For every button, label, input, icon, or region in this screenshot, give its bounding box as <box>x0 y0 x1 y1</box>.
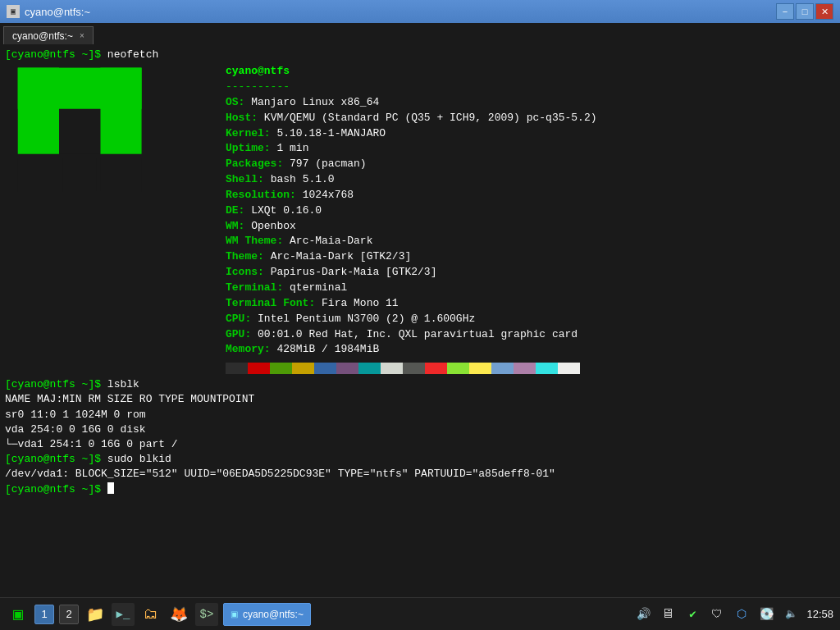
info-memory: Memory: 428MiB / 1984MiB <box>226 342 835 358</box>
manjaro-logo <box>5 64 222 374</box>
titlebar-controls: − □ ✕ <box>776 3 833 20</box>
taskbar: ▣ 1 2 📁 ▶_ 🗂 🦊 $> ▣ cyano@ntfs:~ 🔊 🖥 ✔ 🛡… <box>0 597 840 630</box>
info-de: DE: LXQt 0.16.0 <box>226 203 835 219</box>
info-theme: Theme: Arc-Maia-Dark [GTK2/3] <box>226 249 835 265</box>
removable-taskbar-icon[interactable]: 💽 <box>757 605 775 623</box>
info-terminal: Terminal: qterminal <box>226 281 835 296</box>
svg-rect-3 <box>59 109 100 154</box>
info-wm: WM: Openbox <box>226 219 835 235</box>
files-taskbar-icon[interactable]: 🗂 <box>139 603 162 626</box>
window-icon: ▣ <box>7 5 20 18</box>
palette-color-11 <box>469 363 491 374</box>
close-button[interactable]: ✕ <box>815 3 833 20</box>
svg-rect-5 <box>63 158 97 191</box>
active-window-button[interactable]: ▣ cyano@ntfs:~ <box>223 603 311 626</box>
palette-color-9 <box>425 363 447 374</box>
display-taskbar-icon[interactable]: 🖥 <box>659 605 677 623</box>
taskbar-left: ▣ 1 2 📁 ▶_ 🗂 🦊 $> ▣ cyano@ntfs:~ <box>7 603 311 626</box>
palette-color-3 <box>292 363 314 374</box>
titlebar-title: cyano@ntfs:~ <box>25 6 90 18</box>
lsblk-header: NAME MAJ:MIN RM SIZE RO TYPE MOUNTPOINT <box>5 392 835 407</box>
info-user: cyano@ntfs <box>226 64 835 80</box>
palette-color-13 <box>514 363 536 374</box>
shield-check-taskbar-icon[interactable]: ✔ <box>683 605 701 623</box>
tab-label: cyano@ntfs:~ <box>12 30 73 42</box>
workspace-2-button[interactable]: 2 <box>59 605 79 624</box>
lsblk-section: [cyano@ntfs ~]$ lsblk NAME MAJ:MIN RM SI… <box>5 377 835 497</box>
palette-color-14 <box>536 363 558 374</box>
active-window-label: cyano@ntfs:~ <box>243 609 304 620</box>
info-cpu: CPU: Intel Pentium N3700 (2) @ 1.600GHz <box>226 312 835 327</box>
system-info: cyano@ntfs ---------- OS: Manjaro Linux … <box>222 64 835 374</box>
palette-color-1 <box>248 363 270 374</box>
titlebar-left: ▣ cyano@ntfs:~ <box>7 5 90 18</box>
palette-color-10 <box>447 363 469 374</box>
prompt-1: [cyano@ntfs ~]$ <box>5 48 101 61</box>
vpn-taskbar-icon[interactable]: 🛡 <box>708 605 726 623</box>
command-line-3: [cyano@ntfs ~]$ sudo blkid <box>5 452 835 467</box>
terminal2-taskbar-icon[interactable]: $> <box>195 603 218 626</box>
system-clock: 12:58 <box>806 608 833 620</box>
firefox-taskbar-icon[interactable]: 🦊 <box>167 603 190 626</box>
palette-color-0 <box>226 363 248 374</box>
info-wmtheme: WM Theme: Arc-Maia-Dark <box>226 234 835 249</box>
cursor-block <box>107 482 114 494</box>
svg-rect-2 <box>100 68 141 154</box>
prompt-3: [cyano@ntfs ~]$ <box>5 453 101 465</box>
info-icons: Icons: Papirus-Dark-Maia [GTK2/3] <box>226 265 835 281</box>
titlebar: ▣ cyano@ntfs:~ − □ ✕ <box>0 0 840 23</box>
lsblk-row-1: sr0 11:0 1 1024M 0 rom <box>5 408 835 422</box>
info-packages: Packages: 797 (pacman) <box>226 157 835 172</box>
active-window-icon: ▣ <box>231 609 238 619</box>
svg-rect-4 <box>18 158 59 191</box>
palette-color-5 <box>336 363 358 374</box>
info-uptime: Uptime: 1 min <box>226 141 835 157</box>
info-shell: Shell: bash 5.1.0 <box>226 172 835 188</box>
bluetooth-taskbar-icon[interactable]: ⬡ <box>733 605 751 623</box>
tab-close-button[interactable]: × <box>80 31 84 40</box>
palette-color-2 <box>270 363 292 374</box>
info-os: OS: Manjaro Linux x86_64 <box>226 95 835 111</box>
taskbar-right: 🔊 🖥 ✔ 🛡 ⬡ 💽 🔈 12:58 <box>634 605 833 623</box>
tabbar: cyano@ntfs:~ × <box>0 23 840 44</box>
palette-color-8 <box>403 363 425 374</box>
neofetch-output: cyano@ntfs ---------- OS: Manjaro Linux … <box>5 64 835 374</box>
palette-color-15 <box>558 363 580 374</box>
lsblk-row-2: vda 254:0 0 16G 0 disk <box>5 422 835 437</box>
info-termfont: Terminal Font: Fira Mono 11 <box>226 296 835 312</box>
blkid-output: /dev/vda1: BLOCK_SIZE="512" UUID="06EDA5… <box>5 467 835 482</box>
maximize-button[interactable]: □ <box>796 3 814 20</box>
palette-color-7 <box>381 363 403 374</box>
command-line-4: [cyano@ntfs ~]$ <box>5 482 835 497</box>
info-separator: ---------- <box>226 80 835 95</box>
info-resolution: Resolution: 840x630 <box>226 188 835 203</box>
info-kernel: Kernel: 5.10.18-1-MANJARO <box>226 126 835 142</box>
terminal-area[interactable]: [cyano@ntfs ~]$ neofetch <box>0 44 840 597</box>
info-host: Host: KVM/QEMU (Standard PC (Q35 + ICH9,… <box>226 111 835 126</box>
palette-color-12 <box>491 363 514 374</box>
command-line-2: [cyano@ntfs ~]$ lsblk <box>5 377 835 392</box>
palette-color-6 <box>358 363 381 374</box>
terminal-launch-icon[interactable]: ▶_ <box>112 603 135 626</box>
volume-taskbar-icon[interactable]: 🔊 <box>634 605 652 623</box>
minimize-button[interactable]: − <box>776 3 794 20</box>
palette-color-4 <box>314 363 336 374</box>
color-palette <box>226 363 835 374</box>
info-gpu: GPU: 00:01.0 Red Hat, Inc. QXL paravirtu… <box>226 327 835 343</box>
command-line-1: [cyano@ntfs ~]$ neofetch <box>5 48 835 62</box>
speaker-taskbar-icon[interactable]: 🔈 <box>782 605 800 623</box>
terminal-tab[interactable]: cyano@ntfs:~ × <box>3 26 94 44</box>
prompt-2: [cyano@ntfs ~]$ <box>5 378 101 390</box>
manjaro-menu-icon[interactable]: ▣ <box>7 603 30 626</box>
svg-rect-6 <box>100 158 141 191</box>
file-manager-taskbar-icon[interactable]: 📁 <box>84 603 107 626</box>
prompt-4: [cyano@ntfs ~]$ <box>5 483 101 495</box>
lsblk-row-3: └─vda1 254:1 0 16G 0 part / <box>5 437 835 452</box>
workspace-1-button[interactable]: 1 <box>34 605 54 624</box>
